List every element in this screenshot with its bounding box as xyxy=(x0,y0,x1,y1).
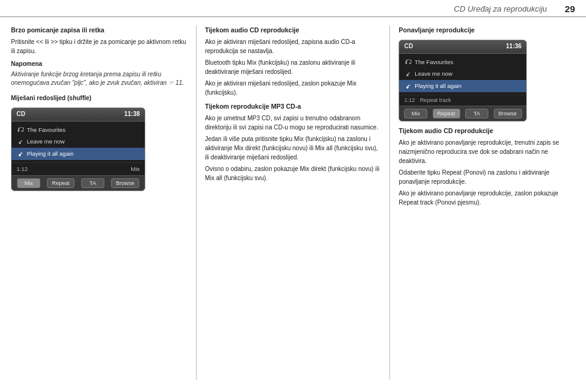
music-icon-1b xyxy=(16,138,24,145)
track-name-1c: Playing it all again xyxy=(27,150,140,158)
btn-mix-2[interactable]: Mix xyxy=(404,109,427,118)
divider-2 xyxy=(389,26,390,380)
divider-1 xyxy=(196,26,197,380)
btn-mix-1[interactable]: Mix xyxy=(17,178,40,188)
cd-time-2: 11:36 xyxy=(506,42,522,51)
col3-block1-title: Tijekom audio CD reprodukcije xyxy=(399,126,575,136)
column-2: Tijekom audio CD reprodukcije Ako je akt… xyxy=(199,26,388,380)
btn-ta-2[interactable]: TA xyxy=(465,109,488,118)
music-icon-2c xyxy=(404,82,411,90)
cd-buttons-1: Mix Repeat TA Browse xyxy=(12,175,145,191)
btn-browse-1[interactable]: Browse xyxy=(111,178,139,188)
cd-track-2b: Leave me now xyxy=(399,68,526,80)
main-content: Brzo pomicanje zapisa ili retka Pritisni… xyxy=(0,17,586,386)
cd-buttons-2: Mix Repeat TA Browse xyxy=(399,106,526,121)
btn-repeat-2[interactable]: Repeat xyxy=(433,109,460,118)
cd-repeat-row: 1:12 Repeat track xyxy=(399,95,526,106)
track-name-1b: Leave me now xyxy=(27,137,140,146)
btn-repeat-1[interactable]: Repeat xyxy=(47,178,74,188)
cd-header-2: CD 11:36 xyxy=(399,40,526,54)
cd-label-1: CD xyxy=(16,110,25,119)
track-name-2c: Playing it all again xyxy=(414,82,521,90)
col1-sub-title: Miješani redoslijed (shuffle) xyxy=(11,94,187,103)
svg-rect-2 xyxy=(405,62,407,64)
svg-rect-3 xyxy=(409,62,410,64)
cd-track-1a: The Favourites xyxy=(12,124,145,136)
cd-track-2a: The Favourites xyxy=(399,56,526,68)
cd-track-time-1: 1:12 xyxy=(16,165,28,173)
col3-section-title: Ponavljanje reprodukcije xyxy=(399,26,575,35)
col2-block4-title: Tijekom reprodukcije MP3 CD-a xyxy=(205,102,382,111)
track-name-2a: The Favourites xyxy=(414,58,521,67)
page-header: CD Uređaj za reprodukciju 29 xyxy=(0,0,586,17)
cd-mix-label-1: Mix xyxy=(131,165,140,173)
col2-block5-body: Jedan ili više puta pritisnite tipku Mix… xyxy=(205,134,382,162)
col2-block1-body: Ako je aktiviran miješani redoslijed, za… xyxy=(205,37,382,56)
track-name-1a: The Favourites xyxy=(27,126,140,134)
cd-tracklist-1: The Favourites Leave me now Playing it a… xyxy=(12,122,145,162)
cd-time-1: 11:38 xyxy=(124,110,140,119)
col3-block2-body: Odaberite tipku Repeat (Ponovi) na zaslo… xyxy=(399,168,575,186)
col2-block6-body: Ovisno o odabiru, zaslon pokazuje Mix di… xyxy=(205,164,382,183)
btn-browse-2[interactable]: Browse xyxy=(494,109,522,118)
cd-track-time-2: 1:12 xyxy=(404,96,415,104)
cd-repeat-track-label: Repeat track xyxy=(420,96,451,104)
col3-block1-body: Ako je aktivirano ponavljanje reprodukci… xyxy=(399,138,575,165)
svg-rect-0 xyxy=(18,130,19,132)
cd-player-1: CD 11:38 The Favourites Leave me now xyxy=(11,107,145,191)
cd-header-1: CD 11:38 xyxy=(12,108,145,122)
music-icon-1c xyxy=(16,150,24,158)
col2-block1-title: Tijekom audio CD reprodukcije xyxy=(205,26,382,35)
cd-track-2c: Playing it all again xyxy=(399,80,526,92)
cd-track-1b: Leave me now xyxy=(12,136,145,148)
track-name-2b: Leave me now xyxy=(414,70,521,78)
cd-player-2: CD 11:36 The Favourites Leave me now xyxy=(399,40,527,122)
cd-tracklist-2: The Favourites Leave me now Playing it a… xyxy=(399,54,526,95)
headphones-icon xyxy=(16,126,24,134)
col1-section-title: Brzo pomicanje zapisa ili retka xyxy=(11,26,187,35)
svg-rect-1 xyxy=(21,130,23,132)
cd-track-1c: Playing it all again xyxy=(12,148,145,160)
headphones-icon-2 xyxy=(404,59,411,66)
col1-body1: Pritisnite << ili >> tipku i držite je z… xyxy=(11,37,187,56)
column-3: Ponavljanje reprodukcije CD 11:36 The Fa… xyxy=(392,26,575,380)
music-icon-2b xyxy=(404,70,411,78)
col2-block2-body: Bluetooth tipku Mix (funkcijsku) na zasl… xyxy=(205,58,382,76)
btn-ta-1[interactable]: TA xyxy=(81,178,104,188)
header-title: CD Uređaj za reprodukciju xyxy=(11,4,558,13)
col2-block3-body: Ako je aktiviran miješani redoslijed, za… xyxy=(205,79,382,97)
cd-label-2: CD xyxy=(404,42,413,51)
col3-block3-body: Ako je aktivirano ponavljanje reprodukci… xyxy=(399,189,575,207)
col2-block4-body: Ako je umetnut MP3 CD, svi zapisi u tren… xyxy=(205,114,382,132)
col1-note-label: Napomena xyxy=(11,60,187,69)
column-1: Brzo pomicanje zapisa ili retka Pritisni… xyxy=(11,26,194,380)
col1-note-text: Aktiviranje funkcije brzog kretanja prem… xyxy=(11,70,187,88)
page-number: 29 xyxy=(558,4,575,14)
cd-now-playing-1: 1:12 Mix xyxy=(12,162,145,175)
